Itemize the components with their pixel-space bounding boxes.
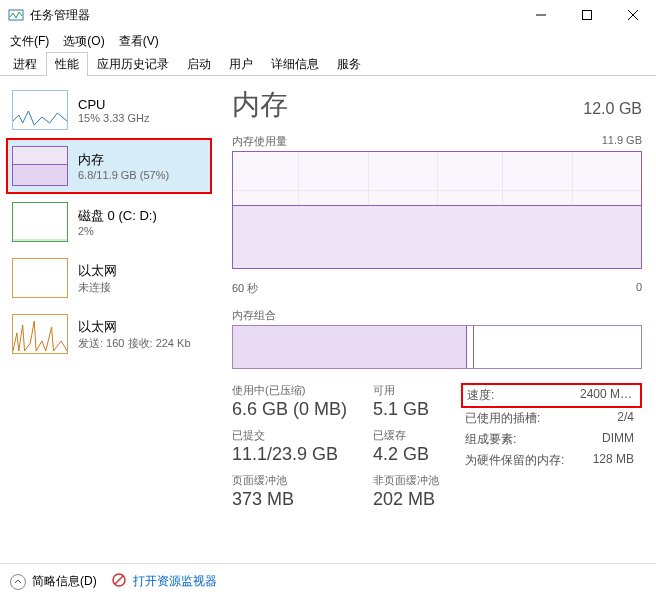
stat-paged-value: 373 MB: [232, 489, 347, 510]
stat-avail-value: 5.1 GB: [373, 399, 439, 420]
form-value: DIMM: [602, 431, 634, 448]
tab-startup[interactable]: 启动: [178, 52, 220, 76]
tab-services[interactable]: 服务: [328, 52, 370, 76]
sidebar-disk-title: 磁盘 0 (C: D:): [78, 207, 157, 225]
main-panel: 内存 12.0 GB 内存使用量 11.9 GB 60 秒 0 内存组合 使用中…: [212, 76, 656, 563]
stat-commit-label: 已提交: [232, 428, 347, 443]
open-resource-monitor-link[interactable]: 打开资源监视器: [133, 573, 217, 590]
sidebar: CPU 15% 3.33 GHz 内存 6.8/11.9 GB (57%) 磁盘…: [0, 76, 212, 563]
sidebar-disk-sub: 2%: [78, 225, 157, 237]
sidebar-cpu-title: CPU: [78, 97, 150, 112]
stat-nonpaged-value: 202 MB: [373, 489, 439, 510]
disk-thumb: [12, 202, 68, 242]
cpu-thumb: [12, 90, 68, 130]
app-icon: [8, 7, 24, 23]
chart-x-start: 60 秒: [232, 281, 258, 296]
titlebar: 任务管理器: [0, 0, 656, 30]
menubar: 文件(F) 选项(O) 查看(V): [0, 30, 656, 52]
form-label: 组成要素:: [465, 431, 516, 448]
stats-left: 使用中(已压缩)6.6 GB (0 MB) 可用5.1 GB 已提交11.1/2…: [232, 383, 439, 510]
window-title: 任务管理器: [30, 7, 518, 24]
sidebar-eth1-title: 以太网: [78, 262, 117, 280]
svg-rect-2: [583, 11, 592, 20]
usage-chart-label: 内存使用量: [232, 134, 287, 149]
hwreserve-label: 为硬件保留的内存:: [465, 452, 564, 469]
speed-value: 2400 M…: [580, 387, 632, 404]
ethernet-thumb-1: [12, 258, 68, 298]
footer: 简略信息(D) 打开资源监视器: [0, 563, 656, 599]
stat-avail-label: 可用: [373, 383, 439, 398]
page-title: 内存: [232, 86, 288, 124]
close-button[interactable]: [610, 0, 656, 30]
sidebar-item-ethernet-1[interactable]: 以太网 未连接: [6, 250, 212, 306]
tab-app-history[interactable]: 应用历史记录: [88, 52, 178, 76]
tab-details[interactable]: 详细信息: [262, 52, 328, 76]
hwreserve-value: 128 MB: [593, 452, 634, 469]
sidebar-item-memory[interactable]: 内存 6.8/11.9 GB (57%): [6, 138, 212, 194]
maximize-button[interactable]: [564, 0, 610, 30]
speed-label: 速度:: [467, 387, 494, 404]
menu-file[interactable]: 文件(F): [4, 31, 55, 52]
menu-options[interactable]: 选项(O): [57, 31, 110, 52]
tab-performance[interactable]: 性能: [46, 52, 88, 76]
sidebar-item-ethernet-2[interactable]: 以太网 发送: 160 接收: 224 Kb: [6, 306, 212, 362]
minimize-button[interactable]: [518, 0, 564, 30]
tabs: 进程 性能 应用历史记录 启动 用户 详细信息 服务: [0, 52, 656, 76]
slots-value: 2/4: [617, 410, 634, 427]
sidebar-eth2-title: 以太网: [78, 318, 191, 336]
stat-inuse-value: 6.6 GB (0 MB): [232, 399, 347, 420]
menu-view[interactable]: 查看(V): [113, 31, 165, 52]
svg-line-6: [115, 576, 123, 584]
stat-cached-label: 已缓存: [373, 428, 439, 443]
stat-paged-label: 页面缓冲池: [232, 473, 347, 488]
memory-composition-chart: [232, 325, 642, 369]
chart-x-end: 0: [636, 281, 642, 296]
memory-thumb: [12, 146, 68, 186]
sidebar-eth2-sub: 发送: 160 接收: 224 Kb: [78, 336, 191, 351]
tab-processes[interactable]: 进程: [4, 52, 46, 76]
sidebar-item-cpu[interactable]: CPU 15% 3.33 GHz: [6, 82, 212, 138]
stat-cached-value: 4.2 GB: [373, 444, 439, 465]
sidebar-memory-title: 内存: [78, 151, 169, 169]
ethernet-thumb-2: [12, 314, 68, 354]
sidebar-item-disk[interactable]: 磁盘 0 (C: D:) 2%: [6, 194, 212, 250]
sidebar-cpu-sub: 15% 3.33 GHz: [78, 112, 150, 124]
sidebar-memory-sub: 6.8/11.9 GB (57%): [78, 169, 169, 181]
memory-total: 12.0 GB: [583, 100, 642, 118]
slots-label: 已使用的插槽:: [465, 410, 540, 427]
tab-users[interactable]: 用户: [220, 52, 262, 76]
prohibit-icon: [111, 572, 127, 591]
stat-commit-value: 11.1/23.9 GB: [232, 444, 347, 465]
usage-chart-max: 11.9 GB: [602, 134, 642, 149]
stat-nonpaged-label: 非页面缓冲池: [373, 473, 439, 488]
composition-label: 内存组合: [232, 308, 642, 323]
chevron-up-icon[interactable]: [10, 574, 26, 590]
stats-right: 速度:2400 M… 已使用的插槽:2/4 组成要素:DIMM 为硬件保留的内存…: [461, 383, 642, 510]
stat-inuse-label: 使用中(已压缩): [232, 383, 347, 398]
sidebar-eth1-sub: 未连接: [78, 280, 117, 295]
memory-usage-chart: [232, 151, 642, 269]
fewer-details-link[interactable]: 简略信息(D): [32, 573, 97, 590]
